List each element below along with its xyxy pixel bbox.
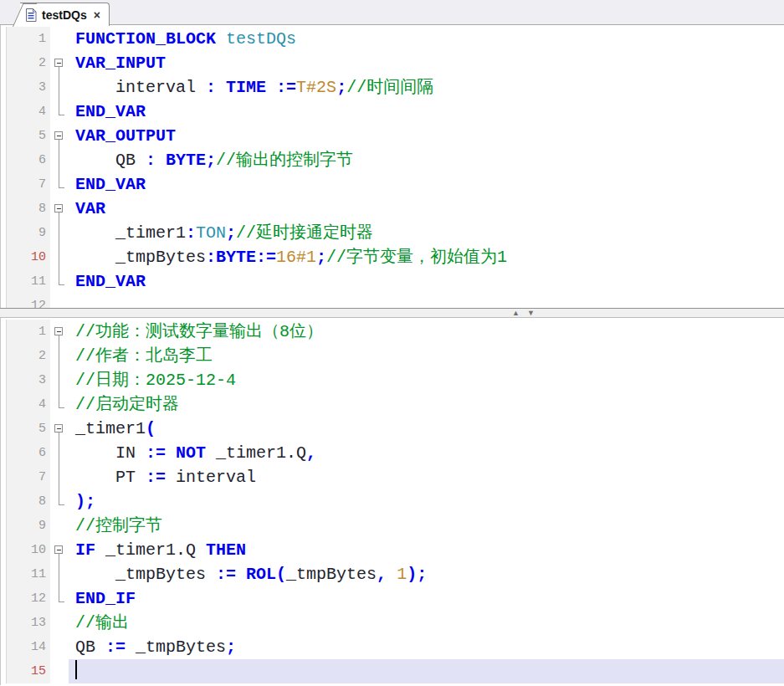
fold-toggle-icon[interactable] <box>54 131 63 140</box>
code-line[interactable]: 12 <box>1 294 784 308</box>
code-text[interactable]: QB : BYTE;//输出的控制字节 <box>69 148 784 172</box>
code-line[interactable]: 2VAR_INPUT <box>1 51 784 75</box>
code-line[interactable]: 4END_VAR <box>1 100 784 124</box>
code-token: _tmpBytes <box>75 248 206 267</box>
fold-guide <box>59 75 59 100</box>
code-text[interactable]: END_VAR <box>69 100 784 124</box>
splitter-collapse-button[interactable]: ▲ <box>512 308 520 318</box>
fold-toggle-icon[interactable] <box>54 545 63 554</box>
code-text[interactable]: //输出 <box>69 611 784 635</box>
code-line[interactable]: 4//启动定时器 <box>1 392 784 417</box>
line-number: 7 <box>7 465 50 489</box>
code-text[interactable]: //作者：北岛李工 <box>69 344 784 368</box>
implementation-editor[interactable]: 1//功能：测试数字量输出（8位）2//作者：北岛李工3//日期：2025-12… <box>0 318 784 685</box>
code-line[interactable]: 13//输出 <box>1 611 784 635</box>
code-line[interactable]: 1FUNCTION_BLOCK testDQs <box>1 27 784 51</box>
declaration-editor[interactable]: 1FUNCTION_BLOCK testDQs2VAR_INPUT3 inter… <box>0 25 784 308</box>
code-token: ); <box>407 565 427 584</box>
code-text[interactable]: //启动定时器 <box>69 392 784 417</box>
fold-guide <box>59 269 64 285</box>
line-number: 8 <box>7 197 50 221</box>
gutter-margin <box>1 417 7 441</box>
code-line[interactable]: 9 _timer1:TON;//延时接通定时器 <box>1 221 784 245</box>
code-text[interactable]: ); <box>69 489 784 514</box>
code-line[interactable]: 6 IN := NOT _timer1.Q, <box>1 441 784 465</box>
code-line[interactable]: 7 PT := interval <box>1 465 784 489</box>
code-token: := <box>146 468 166 487</box>
code-text[interactable]: PT := interval <box>69 465 784 489</box>
gutter-margin <box>1 221 7 245</box>
fold-toggle-icon[interactable] <box>54 327 63 335</box>
code-text[interactable]: //功能：测试数字量输出（8位） <box>69 320 784 344</box>
code-text[interactable]: FUNCTION_BLOCK testDQs <box>69 27 784 51</box>
code-token: IN <box>75 443 146 463</box>
splitter-expand-button[interactable]: ▼ <box>527 308 535 318</box>
code-token: PT <box>75 468 146 487</box>
gutter-margin <box>1 635 7 659</box>
splitter[interactable]: ▲ ▼ <box>0 308 784 318</box>
fold-toggle-icon[interactable] <box>54 204 63 212</box>
code-line[interactable]: 11 _tmpBytes := ROL(_tmpBytes, 1); <box>1 562 784 586</box>
code-token: END_IF <box>75 589 136 608</box>
code-text[interactable]: //日期：2025-12-4 <box>69 368 784 392</box>
code-text[interactable]: _timer1( <box>69 417 784 441</box>
fold-cell <box>50 100 69 124</box>
code-line[interactable]: 2//作者：北岛李工 <box>1 344 784 368</box>
code-line[interactable]: 11END_VAR <box>1 269 784 294</box>
line-number: 8 <box>7 489 50 514</box>
code-line[interactable]: 1//功能：测试数字量输出（8位） <box>1 320 784 344</box>
code-text[interactable]: VAR_INPUT <box>69 51 784 75</box>
code-line[interactable]: 8VAR <box>1 197 784 221</box>
code-line[interactable]: 9//控制字节 <box>1 514 784 538</box>
code-text[interactable]: END_VAR <box>69 269 784 294</box>
code-line[interactable]: 10 _tmpBytes:BYTE:=16#1;//字节变量，初始值为1 <box>1 245 784 269</box>
code-line[interactable]: 10IF _timer1.Q THEN <box>1 538 784 562</box>
code-line[interactable]: 14QB := _tmpBytes; <box>1 635 784 659</box>
fold-cell <box>50 172 69 197</box>
line-number: 12 <box>7 294 50 308</box>
code-text[interactable]: IF _timer1.Q THEN <box>69 538 784 562</box>
fold-toggle-icon[interactable] <box>54 424 63 433</box>
gutter-margin <box>1 100 7 124</box>
code-text[interactable]: END_VAR <box>69 172 784 197</box>
code-text[interactable]: IN := NOT _timer1.Q, <box>69 441 784 465</box>
code-text[interactable]: END_IF <box>69 586 784 611</box>
code-token: _timer1.Q <box>95 540 206 560</box>
code-text[interactable]: VAR_OUTPUT <box>69 124 784 148</box>
code-text[interactable]: QB := _tmpBytes; <box>69 635 784 659</box>
tab-testdqs[interactable]: testDQs × <box>20 3 110 26</box>
code-token <box>166 443 176 463</box>
line-number: 1 <box>7 320 50 344</box>
code-line[interactable]: 3 interval : TIME :=T#2S;//时间间隔 <box>1 75 784 100</box>
code-line[interactable]: 6 QB : BYTE;//输出的控制字节 <box>1 148 784 172</box>
fold-guide <box>59 245 59 269</box>
code-text[interactable] <box>69 294 784 308</box>
code-line[interactable]: 7END_VAR <box>1 172 784 197</box>
gutter-margin <box>1 514 7 538</box>
gutter-margin <box>1 124 7 148</box>
code-token: : <box>146 151 156 170</box>
code-token: //控制字节 <box>75 516 162 535</box>
gutter-margin <box>1 245 7 269</box>
code-text[interactable]: VAR <box>69 197 784 221</box>
code-token: //启动定时器 <box>75 395 179 414</box>
line-number: 15 <box>7 659 50 683</box>
code-token: 16#1 <box>276 248 316 267</box>
code-line[interactable]: 3//日期：2025-12-4 <box>1 368 784 392</box>
code-text[interactable]: //控制字节 <box>69 514 784 538</box>
fold-toggle-icon[interactable] <box>54 59 63 67</box>
code-line[interactable]: 5_timer1( <box>1 417 784 441</box>
code-line[interactable]: 5VAR_OUTPUT <box>1 124 784 148</box>
code-text[interactable] <box>69 659 784 683</box>
code-line[interactable]: 8); <box>1 489 784 514</box>
code-text[interactable]: _timer1:TON;//延时接通定时器 <box>69 221 784 245</box>
code-token: THEN <box>206 540 246 560</box>
code-line[interactable]: 15 <box>1 659 784 683</box>
code-token: //字节变量，初始值为1 <box>326 248 507 267</box>
tab-close-icon[interactable]: × <box>94 8 100 22</box>
code-text[interactable]: _tmpBytes := ROL(_tmpBytes, 1); <box>69 562 784 586</box>
code-text[interactable]: interval : TIME :=T#2S;//时间间隔 <box>69 75 784 100</box>
code-line[interactable]: 12END_IF <box>1 586 784 611</box>
code-token: := <box>216 565 236 584</box>
code-text[interactable]: _tmpBytes:BYTE:=16#1;//字节变量，初始值为1 <box>69 245 784 269</box>
